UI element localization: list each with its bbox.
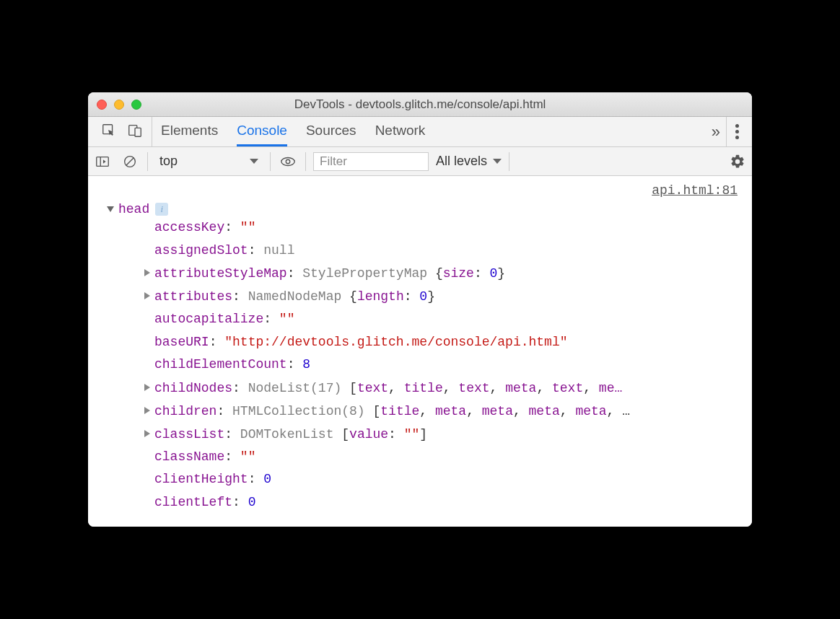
disclosure-triangle-right-icon[interactable]: [144, 292, 150, 299]
property-row[interactable]: classList: DOMTokenList [value: ""]: [144, 423, 742, 446]
property-row[interactable]: clientLeft: 0: [144, 491, 742, 514]
property-value-segment: 8: [302, 357, 310, 372]
property-key: assignedSlot: [154, 243, 248, 258]
property-row[interactable]: children: HTMLCollection(8) [title, meta…: [144, 400, 742, 423]
svg-rect-3: [97, 157, 109, 166]
property-value-segment: StylePropertyMap: [302, 266, 435, 281]
property-key: baseURI: [154, 335, 209, 349]
property-value-segment: {: [349, 289, 357, 304]
property-row[interactable]: autocapitalize: "": [144, 308, 742, 331]
tab-network[interactable]: Network: [375, 117, 426, 146]
property-key: attributes: [154, 289, 232, 304]
property-value-segment: text: [552, 380, 583, 395]
property-value-segment: HTMLCollection(8): [232, 403, 372, 418]
svg-point-8: [286, 159, 290, 164]
main-tabbar: ElementsConsoleSourcesNetwork »: [88, 117, 752, 147]
property-value-segment: [: [341, 426, 349, 441]
property-value-segment: 0: [419, 289, 427, 304]
property-value-segment: NamedNodeMap: [248, 289, 349, 304]
property-value-segment: 0: [263, 472, 271, 486]
disclosure-triangle-right-icon[interactable]: [144, 430, 150, 437]
property-value-segment: ,: [490, 380, 506, 395]
property-value-segment: meta: [482, 403, 513, 418]
property-value-segment: "": [404, 426, 420, 441]
svg-point-7: [281, 157, 294, 165]
settings-menu-button[interactable]: [735, 124, 739, 139]
dropdown-caret-icon: [250, 159, 258, 164]
property-row[interactable]: attributes: NamedNodeMap {length: 0}: [144, 285, 742, 308]
property-value-segment: "": [279, 312, 295, 326]
window-minimize-button[interactable]: [114, 100, 124, 110]
devtools-window: DevTools - devtools.glitch.me/console/ap…: [88, 92, 752, 527]
tabs-overflow-button[interactable]: »: [706, 117, 726, 146]
property-row[interactable]: baseURI: "http://devtools.glitch.me/cons…: [144, 331, 742, 354]
tab-console[interactable]: Console: [237, 117, 287, 146]
property-value-segment: ,: [560, 403, 576, 418]
tab-elements[interactable]: Elements: [161, 117, 218, 146]
property-value-segment: ,: [443, 380, 459, 395]
title-bar: DevTools - devtools.glitch.me/console/ap…: [88, 92, 752, 117]
property-row[interactable]: clientHeight: 0: [144, 468, 742, 491]
property-row[interactable]: childElementCount: 8: [144, 354, 742, 377]
disclosure-triangle-right-icon[interactable]: [144, 269, 150, 276]
source-link[interactable]: api.html:81: [98, 183, 742, 198]
property-value-segment: }: [497, 266, 505, 281]
property-value-segment: me…: [599, 380, 622, 395]
property-value-segment: ,: [583, 380, 599, 395]
live-expression-icon[interactable]: [278, 152, 298, 172]
property-value-segment: :: [404, 289, 420, 304]
inspect-element-icon[interactable]: [101, 123, 117, 141]
window-zoom-button[interactable]: [131, 100, 141, 110]
property-key: classList: [154, 426, 224, 441]
clear-console-icon[interactable]: [120, 152, 140, 172]
svg-line-6: [126, 157, 134, 165]
property-value-segment: 0: [248, 495, 256, 509]
dropdown-caret-icon: [493, 159, 502, 164]
property-key: className: [154, 449, 224, 464]
window-close-button[interactable]: [97, 100, 107, 110]
property-value-segment: , …: [607, 403, 630, 418]
property-value-segment: ,: [419, 403, 435, 418]
property-key: children: [154, 403, 216, 418]
property-key: autocapitalize: [154, 312, 263, 326]
property-value-segment: title: [380, 403, 419, 418]
console-output: api.html:81 head i accessKey: ""assigned…: [88, 176, 752, 527]
log-level-label: All levels: [436, 154, 487, 169]
property-row[interactable]: attributeStyleMap: StylePropertyMap {siz…: [144, 262, 742, 285]
filter-input[interactable]: Filter: [313, 152, 429, 171]
tab-sources[interactable]: Sources: [306, 117, 356, 146]
disclosure-triangle-right-icon[interactable]: [144, 384, 150, 391]
property-value-segment: 0: [490, 266, 498, 281]
property-value-segment: ]: [419, 426, 427, 441]
window-title: DevTools - devtools.glitch.me/console/ap…: [88, 97, 752, 112]
disclosure-triangle-right-icon[interactable]: [144, 407, 150, 414]
log-level-selector[interactable]: All levels: [436, 154, 502, 169]
property-value-segment: "": [240, 220, 256, 234]
property-value-segment: "http://devtools.glitch.me/console/api.h…: [224, 335, 567, 349]
object-header[interactable]: head i: [107, 202, 742, 216]
property-row[interactable]: childNodes: NodeList(17) [text, title, t…: [144, 377, 742, 400]
device-toolbar-icon[interactable]: [127, 123, 143, 141]
property-key: attributeStyleMap: [154, 266, 287, 281]
property-key: childNodes: [154, 380, 232, 395]
property-row[interactable]: accessKey: "": [144, 216, 742, 240]
property-value-segment: length: [357, 289, 404, 304]
property-value-segment: text: [357, 380, 388, 395]
property-row[interactable]: className: "": [144, 446, 742, 469]
property-value-segment: ,: [536, 380, 552, 395]
traffic-lights: [97, 100, 141, 110]
property-value-segment: title: [404, 380, 443, 395]
disclosure-triangle-down-icon[interactable]: [107, 206, 114, 212]
execution-context-selector[interactable]: top: [155, 154, 263, 169]
svg-rect-2: [135, 128, 141, 136]
property-value-segment: meta: [575, 403, 606, 418]
execution-context-label: top: [159, 154, 178, 169]
console-settings-icon[interactable]: [727, 152, 748, 172]
property-key: accessKey: [154, 220, 224, 234]
toggle-sidebar-icon[interactable]: [92, 152, 113, 172]
property-value-segment: :: [388, 426, 404, 441]
property-row[interactable]: assignedSlot: null: [144, 240, 742, 263]
property-value-segment: [: [372, 403, 380, 418]
object-name: head: [118, 202, 149, 216]
info-badge-icon[interactable]: i: [155, 203, 168, 216]
